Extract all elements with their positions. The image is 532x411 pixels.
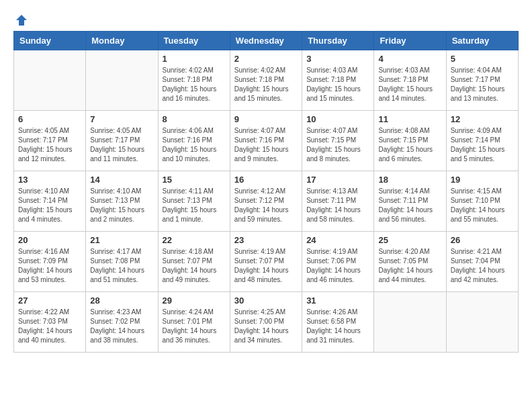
- day-cell: 10Sunrise: 4:07 AM Sunset: 7:15 PM Dayli…: [302, 111, 374, 171]
- day-cell: 19Sunrise: 4:15 AM Sunset: 7:10 PM Dayli…: [446, 171, 518, 232]
- day-detail: Sunrise: 4:06 AM Sunset: 7:16 PM Dayligh…: [163, 126, 226, 164]
- day-cell: 2Sunrise: 4:02 AM Sunset: 7:18 PM Daylig…: [230, 50, 302, 111]
- day-number: 26: [451, 235, 514, 245]
- day-detail: Sunrise: 4:13 AM Sunset: 7:11 PM Dayligh…: [306, 187, 369, 224]
- day-detail: Sunrise: 4:05 AM Sunset: 7:17 PM Dayligh…: [18, 126, 81, 164]
- day-detail: Sunrise: 4:09 AM Sunset: 7:14 PM Dayligh…: [451, 126, 514, 164]
- day-number: 29: [163, 295, 226, 306]
- day-detail: Sunrise: 4:17 AM Sunset: 7:08 PM Dayligh…: [90, 247, 153, 285]
- day-number: 23: [234, 235, 298, 245]
- weekday-header-wednesday: Wednesday: [230, 32, 302, 50]
- day-detail: Sunrise: 4:08 AM Sunset: 7:15 PM Dayligh…: [378, 126, 441, 164]
- day-number: 24: [306, 235, 369, 245]
- day-detail: Sunrise: 4:03 AM Sunset: 7:18 PM Dayligh…: [306, 66, 369, 103]
- day-number: 16: [234, 175, 298, 185]
- day-cell: 6Sunrise: 4:05 AM Sunset: 7:17 PM Daylig…: [14, 111, 86, 171]
- weekday-header-saturday: Saturday: [446, 32, 518, 50]
- day-number: 3: [306, 54, 369, 64]
- day-cell: 12Sunrise: 4:09 AM Sunset: 7:14 PM Dayli…: [446, 111, 518, 171]
- week-row-5: 27Sunrise: 4:22 AM Sunset: 7:03 PM Dayli…: [14, 292, 519, 353]
- day-detail: Sunrise: 4:04 AM Sunset: 7:17 PM Dayligh…: [451, 66, 514, 103]
- day-detail: Sunrise: 4:10 AM Sunset: 7:13 PM Dayligh…: [90, 187, 153, 224]
- day-number: 10: [306, 114, 369, 124]
- day-detail: Sunrise: 4:19 AM Sunset: 7:06 PM Dayligh…: [306, 247, 369, 285]
- day-cell: 14Sunrise: 4:10 AM Sunset: 7:13 PM Dayli…: [86, 171, 158, 232]
- weekday-header-thursday: Thursday: [302, 32, 374, 50]
- weekday-header-row: SundayMondayTuesdayWednesdayThursdayFrid…: [14, 32, 519, 50]
- day-cell: 26Sunrise: 4:21 AM Sunset: 7:04 PM Dayli…: [446, 232, 518, 292]
- weekday-header-monday: Monday: [86, 32, 158, 50]
- day-cell: 7Sunrise: 4:05 AM Sunset: 7:17 PM Daylig…: [86, 111, 158, 171]
- day-cell: 28Sunrise: 4:23 AM Sunset: 7:02 PM Dayli…: [86, 292, 158, 353]
- day-detail: Sunrise: 4:25 AM Sunset: 7:00 PM Dayligh…: [234, 308, 298, 345]
- day-cell: 31Sunrise: 4:26 AM Sunset: 6:58 PM Dayli…: [302, 292, 374, 353]
- day-detail: Sunrise: 4:07 AM Sunset: 7:16 PM Dayligh…: [234, 126, 298, 164]
- day-cell: 22Sunrise: 4:18 AM Sunset: 7:07 PM Dayli…: [158, 232, 230, 292]
- day-number: 2: [234, 54, 298, 64]
- day-detail: Sunrise: 4:12 AM Sunset: 7:12 PM Dayligh…: [234, 187, 298, 224]
- day-cell: 3Sunrise: 4:03 AM Sunset: 7:18 PM Daylig…: [302, 50, 374, 111]
- day-cell: 25Sunrise: 4:20 AM Sunset: 7:05 PM Dayli…: [374, 232, 446, 292]
- day-detail: Sunrise: 4:21 AM Sunset: 7:04 PM Dayligh…: [451, 247, 514, 285]
- day-number: 19: [451, 175, 514, 185]
- day-cell: 11Sunrise: 4:08 AM Sunset: 7:15 PM Dayli…: [374, 111, 446, 171]
- week-row-3: 13Sunrise: 4:10 AM Sunset: 7:14 PM Dayli…: [14, 171, 519, 232]
- day-detail: Sunrise: 4:22 AM Sunset: 7:03 PM Dayligh…: [18, 308, 81, 345]
- day-cell: 21Sunrise: 4:17 AM Sunset: 7:08 PM Dayli…: [86, 232, 158, 292]
- day-detail: Sunrise: 4:11 AM Sunset: 7:13 PM Dayligh…: [163, 187, 226, 224]
- day-number: 31: [306, 295, 369, 306]
- day-detail: Sunrise: 4:24 AM Sunset: 7:01 PM Dayligh…: [163, 308, 226, 345]
- day-detail: Sunrise: 4:02 AM Sunset: 7:18 PM Dayligh…: [234, 66, 298, 103]
- day-number: 22: [163, 235, 226, 245]
- day-number: 14: [90, 175, 153, 185]
- day-cell: 17Sunrise: 4:13 AM Sunset: 7:11 PM Dayli…: [302, 171, 374, 232]
- day-number: 20: [18, 235, 81, 245]
- day-detail: Sunrise: 4:23 AM Sunset: 7:02 PM Dayligh…: [90, 308, 153, 345]
- day-number: 5: [451, 54, 514, 64]
- day-cell: 5Sunrise: 4:04 AM Sunset: 7:17 PM Daylig…: [446, 50, 518, 111]
- day-cell: 30Sunrise: 4:25 AM Sunset: 7:00 PM Dayli…: [230, 292, 302, 353]
- logo: [13, 13, 28, 24]
- day-cell: [14, 50, 86, 111]
- day-cell: 16Sunrise: 4:12 AM Sunset: 7:12 PM Dayli…: [230, 171, 302, 232]
- day-cell: 24Sunrise: 4:19 AM Sunset: 7:06 PM Dayli…: [302, 232, 374, 292]
- day-cell: [86, 50, 158, 111]
- header: [13, 13, 519, 24]
- day-detail: Sunrise: 4:10 AM Sunset: 7:14 PM Dayligh…: [18, 187, 81, 224]
- day-detail: Sunrise: 4:16 AM Sunset: 7:09 PM Dayligh…: [18, 247, 81, 285]
- week-row-1: 1Sunrise: 4:02 AM Sunset: 7:18 PM Daylig…: [14, 50, 519, 111]
- day-cell: [374, 292, 446, 353]
- day-number: 8: [163, 114, 226, 124]
- day-number: 7: [90, 114, 153, 124]
- day-detail: Sunrise: 4:18 AM Sunset: 7:07 PM Dayligh…: [163, 247, 226, 285]
- day-cell: 15Sunrise: 4:11 AM Sunset: 7:13 PM Dayli…: [158, 171, 230, 232]
- calendar: SundayMondayTuesdayWednesdayThursdayFrid…: [13, 31, 519, 353]
- day-detail: Sunrise: 4:19 AM Sunset: 7:07 PM Dayligh…: [234, 247, 298, 285]
- day-detail: Sunrise: 4:15 AM Sunset: 7:10 PM Dayligh…: [451, 187, 514, 224]
- day-cell: 9Sunrise: 4:07 AM Sunset: 7:16 PM Daylig…: [230, 111, 302, 171]
- day-cell: 4Sunrise: 4:03 AM Sunset: 7:18 PM Daylig…: [374, 50, 446, 111]
- day-detail: Sunrise: 4:05 AM Sunset: 7:17 PM Dayligh…: [90, 126, 153, 164]
- week-row-4: 20Sunrise: 4:16 AM Sunset: 7:09 PM Dayli…: [14, 232, 519, 292]
- day-detail: Sunrise: 4:14 AM Sunset: 7:11 PM Dayligh…: [378, 187, 441, 224]
- day-number: 6: [18, 114, 81, 124]
- day-number: 4: [378, 54, 441, 64]
- day-detail: Sunrise: 4:07 AM Sunset: 7:15 PM Dayligh…: [306, 126, 369, 164]
- day-cell: 13Sunrise: 4:10 AM Sunset: 7:14 PM Dayli…: [14, 171, 86, 232]
- day-number: 17: [306, 175, 369, 185]
- day-number: 13: [18, 175, 81, 185]
- logo-icon: [15, 13, 28, 27]
- weekday-header-tuesday: Tuesday: [158, 32, 230, 50]
- week-row-2: 6Sunrise: 4:05 AM Sunset: 7:17 PM Daylig…: [14, 111, 519, 171]
- day-detail: Sunrise: 4:26 AM Sunset: 6:58 PM Dayligh…: [306, 308, 369, 345]
- day-detail: Sunrise: 4:03 AM Sunset: 7:18 PM Dayligh…: [378, 66, 441, 103]
- weekday-header-friday: Friday: [374, 32, 446, 50]
- day-number: 1: [163, 54, 226, 64]
- day-cell: [446, 292, 518, 353]
- day-number: 30: [234, 295, 298, 306]
- day-number: 12: [451, 114, 514, 124]
- day-number: 25: [378, 235, 441, 245]
- day-cell: 23Sunrise: 4:19 AM Sunset: 7:07 PM Dayli…: [230, 232, 302, 292]
- day-cell: 1Sunrise: 4:02 AM Sunset: 7:18 PM Daylig…: [158, 50, 230, 111]
- day-detail: Sunrise: 4:02 AM Sunset: 7:18 PM Dayligh…: [163, 66, 226, 103]
